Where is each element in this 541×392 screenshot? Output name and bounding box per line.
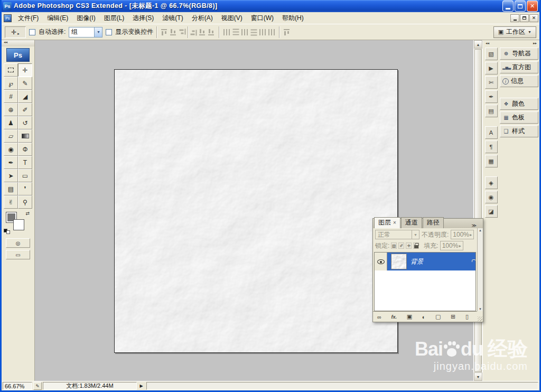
tool-history-brush[interactable]: ↺ xyxy=(18,116,32,129)
dock-slice-icon[interactable]: ✄ xyxy=(485,76,498,89)
tool-type[interactable]: T xyxy=(18,156,32,169)
tool-rect-marquee[interactable] xyxy=(4,63,18,77)
close-button[interactable]: ✕ xyxy=(527,1,538,12)
panel-scrollbar[interactable]: ▲ ▼ xyxy=(477,228,483,311)
panel-button-navigator[interactable]: ☸ 导航器 xyxy=(500,48,538,60)
panel-button-color[interactable]: ❖ 颜色 xyxy=(500,98,538,110)
restore-button[interactable] xyxy=(515,1,526,12)
link-layers-icon[interactable]: ∞ xyxy=(377,314,381,320)
workspace-button[interactable]: ▣ 工作区 ▼ xyxy=(493,26,536,38)
dock-layer-comps-icon[interactable]: ▤ xyxy=(485,105,498,117)
zoom-level-field[interactable]: 66.67% xyxy=(3,382,32,390)
layer-row-background[interactable]: 背景 xyxy=(375,253,475,270)
dropdown-arrow-icon[interactable]: ▼ xyxy=(94,27,102,37)
vertical-scrollbar[interactable]: ▲ ▼ xyxy=(473,40,482,381)
align-left-icon[interactable] xyxy=(179,28,187,36)
layer-name[interactable]: 背景 xyxy=(411,257,471,266)
blend-mode-dropdown[interactable]: 正常 ▼ xyxy=(375,230,419,239)
add-mask-icon[interactable]: ▣ xyxy=(407,313,412,320)
doc-minimize-button[interactable] xyxy=(510,14,519,22)
delete-layer-icon[interactable]: ▯ xyxy=(465,313,469,320)
dock-swatch-icon[interactable]: ▦ xyxy=(485,155,498,167)
minimize-button[interactable] xyxy=(502,1,514,12)
tool-gradient[interactable] xyxy=(18,129,32,143)
panel-button-styles[interactable]: ❑ 样式 xyxy=(500,125,538,137)
panel-menu-icon[interactable]: ≫ xyxy=(472,223,477,228)
scroll-up-button[interactable]: ▲ xyxy=(474,40,482,49)
menu-window[interactable]: 窗口(W) xyxy=(247,12,278,24)
lock-transparency-icon[interactable]: ▧ xyxy=(391,242,397,249)
tool-move[interactable]: ✛ xyxy=(18,63,32,77)
dock-sphere-icon[interactable]: ◉ xyxy=(485,191,498,203)
tab-paths[interactable]: 路径 xyxy=(423,217,444,228)
tool-notes[interactable]: ▤ xyxy=(4,182,18,195)
scroll-down-button[interactable]: ▼ xyxy=(474,372,482,381)
menu-edit[interactable]: 编辑(E) xyxy=(43,12,72,24)
quick-mask-button[interactable]: ◎ xyxy=(6,238,30,248)
dock-actions-icon[interactable]: ▶ xyxy=(485,62,498,74)
panel-button-histogram[interactable]: ▂▅▃ 直方图 xyxy=(500,61,538,73)
layer-thumbnail[interactable] xyxy=(391,254,407,269)
tool-eyedropper[interactable]: ❜ xyxy=(18,182,32,195)
menu-layer[interactable]: 图层(L) xyxy=(100,12,129,24)
panel-scroll-down-icon[interactable]: ▼ xyxy=(479,307,482,311)
align-right-icon[interactable] xyxy=(199,28,207,36)
panel-scroll-up-icon[interactable]: ▲ xyxy=(479,229,482,232)
align-top-icon[interactable] xyxy=(161,28,169,36)
auto-select-checkbox[interactable] xyxy=(29,29,35,35)
distribute-bottom-icon[interactable] xyxy=(241,28,249,36)
swap-colors-icon[interactable]: ⇄ xyxy=(25,211,30,216)
distribute-left-icon[interactable] xyxy=(250,28,258,36)
background-color-swatch[interactable] xyxy=(13,219,24,230)
new-group-icon[interactable]: ▢ xyxy=(435,313,441,320)
status-tool-icon[interactable]: ✎ xyxy=(33,382,42,390)
doc-close-button[interactable]: ✕ xyxy=(529,14,538,22)
lock-all-icon[interactable] xyxy=(413,242,419,249)
scroll-thumb[interactable] xyxy=(474,49,482,372)
menu-analysis[interactable]: 分析(A) xyxy=(188,12,217,24)
dock-masks-icon[interactable]: ◪ xyxy=(485,205,498,218)
doc-restore-button[interactable] xyxy=(520,14,529,22)
distribute-hcenter-icon[interactable] xyxy=(259,28,267,36)
visibility-toggle[interactable] xyxy=(375,253,387,270)
adjustment-layer-icon[interactable]: ◐ xyxy=(422,314,426,320)
screen-mode-button[interactable]: ▭ xyxy=(6,250,30,259)
dock-presets-icon[interactable]: ◈ xyxy=(485,176,498,189)
lock-position-icon[interactable]: ✛ xyxy=(406,242,412,249)
default-colors-icon[interactable] xyxy=(4,229,10,234)
panel-button-info[interactable]: i 信息 xyxy=(500,75,538,87)
menu-file[interactable]: 文件(F) xyxy=(14,12,43,24)
document-canvas[interactable] xyxy=(114,69,398,353)
tab-layers[interactable]: 图层 × xyxy=(374,217,400,228)
tool-path-select[interactable]: ➤ xyxy=(4,169,18,182)
tool-eraser[interactable]: ▱ xyxy=(4,129,18,143)
tool-zoom[interactable]: ⚲ xyxy=(18,195,32,209)
menu-help[interactable]: 帮助(H) xyxy=(278,12,308,24)
dock-pen-icon[interactable]: ✒ xyxy=(485,90,498,103)
resize-grip[interactable] xyxy=(478,316,482,321)
dock-collapse-icon[interactable]: ◂◂ xyxy=(486,41,489,48)
tool-pen[interactable]: ✒ xyxy=(4,156,18,169)
opacity-field[interactable]: 100% ▸ xyxy=(451,230,474,239)
menu-image[interactable]: 图像(I) xyxy=(72,12,99,24)
tab-channels[interactable]: 通道 xyxy=(401,217,422,228)
status-menu-icon[interactable]: ▶ xyxy=(137,382,145,390)
align-hcenter-icon[interactable] xyxy=(190,28,198,36)
menu-view[interactable]: 视图(V) xyxy=(217,12,247,24)
fill-field[interactable]: 100% ▸ xyxy=(440,241,463,250)
dock-expand-icon[interactable]: ▸▸ xyxy=(533,41,537,48)
tool-slice[interactable]: ◢ xyxy=(18,90,32,103)
tool-shape[interactable]: ▭ xyxy=(18,169,32,182)
distribute-right-icon[interactable] xyxy=(268,28,276,36)
tool-preset-picker[interactable]: ✛ ▸ xyxy=(5,26,26,38)
show-transform-checkbox[interactable] xyxy=(106,29,112,35)
menu-filter[interactable]: 滤镜(T) xyxy=(158,12,187,24)
tool-lasso[interactable]: ℘ xyxy=(4,77,18,90)
lock-pixels-icon[interactable]: ✐ xyxy=(398,242,404,249)
panel-button-swatches[interactable]: ▦ 色板 xyxy=(500,111,538,124)
tool-quick-select[interactable]: ✎ xyxy=(18,77,32,90)
dock-paragraph-icon[interactable]: ¶ xyxy=(485,141,498,153)
tool-dodge[interactable]: Φ xyxy=(18,143,32,156)
new-layer-icon[interactable]: ⊞ xyxy=(451,313,455,320)
tool-hand[interactable]: ✌ xyxy=(4,195,18,209)
